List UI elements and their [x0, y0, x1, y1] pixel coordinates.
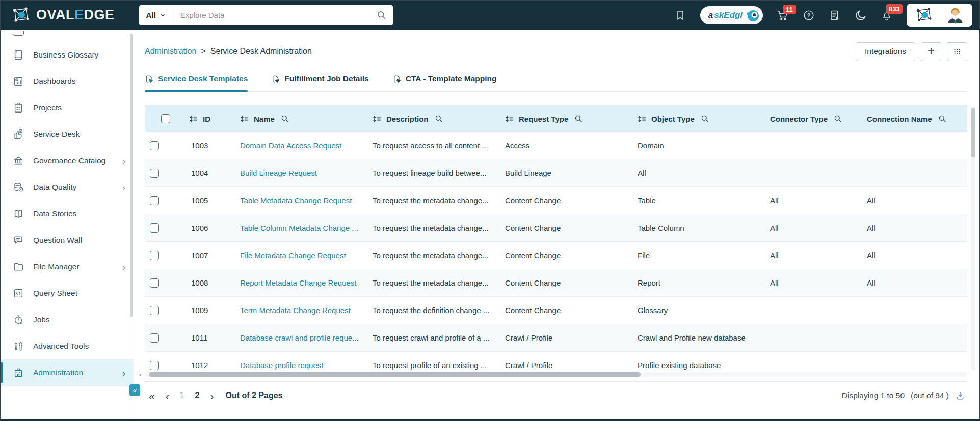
row-checkbox[interactable]: [150, 306, 159, 315]
template-name-link[interactable]: Report Metadata Change Request: [240, 278, 356, 287]
column-header[interactable]: Request Type: [500, 115, 632, 123]
sidebar-item-icon: [13, 208, 24, 219]
column-header[interactable]: Object Type: [632, 115, 765, 123]
table-body: 1003 Domain Data Access Request To reque…: [145, 132, 967, 371]
sidebar-item[interactable]: Dashboards: [1, 68, 134, 95]
column-search-icon[interactable]: [435, 115, 443, 123]
row-checkbox[interactable]: [150, 361, 159, 370]
cell-connector-type: All: [765, 278, 862, 287]
sidebar-item[interactable]: Query Sheet: [1, 280, 134, 306]
sidebar-item[interactable]: Advanced Tools: [1, 333, 134, 359]
template-name-link[interactable]: Term Metadata Change Request: [240, 306, 351, 315]
help-icon[interactable]: [803, 9, 815, 21]
sidebar-item-icon: [13, 155, 24, 166]
sidebar-item[interactable]: Data Stories: [1, 201, 134, 227]
sidebar-scrollbar[interactable]: [130, 34, 133, 317]
cell-request-type: Build Lineage: [500, 169, 632, 177]
sidebar-collapse-button[interactable]: «: [129, 384, 140, 396]
cell-id: 1007: [184, 251, 235, 260]
ovaledge-tile-logo-icon[interactable]: [914, 6, 934, 25]
askedgi-button[interactable]: a skEdgi: [700, 6, 763, 24]
column-header[interactable]: ID: [184, 115, 235, 123]
robot-icon: [746, 8, 760, 22]
template-name-link[interactable]: Table Metadata Change Request: [240, 196, 352, 205]
sidebar-item[interactable]: Data Quality ›: [1, 174, 134, 201]
sidebar-item-label: Question Wall: [33, 236, 82, 245]
select-all-checkbox[interactable]: [161, 114, 170, 123]
cell-object-type: Profile existing database: [632, 361, 765, 370]
brand-logo[interactable]: OVALEDGE: [11, 5, 115, 25]
page-number-button[interactable]: 2: [195, 391, 200, 400]
vertical-scrollbar-thumb[interactable]: [971, 108, 975, 157]
notifications-bell-icon[interactable]: 833: [881, 9, 893, 21]
cell-object-type: Table Column: [632, 223, 765, 232]
column-search-icon[interactable]: [281, 115, 289, 123]
sort-icon[interactable]: [638, 115, 647, 123]
integrations-button[interactable]: Integrations: [856, 42, 915, 61]
template-name-link[interactable]: Database profile request: [240, 361, 323, 370]
column-search-icon[interactable]: [574, 115, 582, 123]
template-name-link[interactable]: Build Lineage Request: [240, 169, 317, 177]
sidebar-item[interactable]: File Manager ›: [1, 254, 134, 280]
sort-icon[interactable]: [189, 115, 198, 123]
sort-icon[interactable]: [505, 115, 514, 123]
displaying-range-label: Displaying 1 to 50: [842, 391, 905, 400]
next-page-button[interactable]: ›: [210, 390, 214, 401]
sidebar-item[interactable]: Administration ›: [1, 359, 134, 386]
template-name-link[interactable]: Database crawl and profile reque...: [240, 333, 359, 342]
tab[interactable]: Service Desk Templates: [145, 74, 248, 91]
sort-icon[interactable]: [240, 115, 249, 123]
column-label: ID: [203, 115, 210, 123]
dark-mode-icon[interactable]: [855, 9, 867, 21]
template-name-link[interactable]: Domain Data Access Request: [240, 141, 341, 150]
sidebar-item[interactable]: Service Desk: [1, 121, 134, 148]
column-search-icon[interactable]: [938, 115, 946, 123]
tab[interactable]: Fulfillment Job Details: [271, 74, 368, 91]
row-checkbox[interactable]: [150, 223, 159, 233]
column-search-icon[interactable]: [701, 115, 709, 123]
scroll-left-arrow-icon[interactable]: ◂: [139, 372, 141, 377]
column-header[interactable]: Connector Type: [765, 115, 862, 123]
sidebar-item[interactable]: Projects: [1, 95, 134, 121]
add-template-button[interactable]: +: [921, 42, 941, 61]
search-icon[interactable]: [377, 10, 386, 20]
search-scope-dropdown[interactable]: All: [139, 9, 173, 21]
grid-view-button[interactable]: [947, 42, 967, 61]
horizontal-scrollbar-thumb[interactable]: [149, 372, 641, 377]
table-row: 1008 Report Metadata Change Request To r…: [145, 269, 967, 297]
cell-request-type: Content Change: [500, 278, 632, 287]
column-header[interactable]: Description: [367, 115, 500, 123]
first-page-button[interactable]: «: [149, 390, 155, 401]
bookmark-icon[interactable]: [674, 9, 686, 21]
page-number-button[interactable]: 1: [180, 391, 184, 400]
row-checkbox[interactable]: [150, 169, 159, 178]
sidebar-item[interactable]: Question Wall: [1, 227, 134, 254]
breadcrumb-parent-link[interactable]: Administration: [145, 47, 196, 56]
sidebar-item[interactable]: Jobs: [1, 306, 134, 333]
tab[interactable]: CTA - Template Mapping: [392, 74, 497, 91]
previous-page-button[interactable]: ‹: [166, 390, 169, 401]
row-checkbox[interactable]: [150, 278, 159, 288]
cart-icon[interactable]: 11: [777, 9, 789, 21]
row-checkbox[interactable]: [150, 333, 159, 343]
column-label: Request Type: [519, 115, 568, 123]
row-checkbox[interactable]: [150, 141, 159, 150]
cell-connection-name: All: [862, 251, 967, 260]
release-notes-icon[interactable]: [829, 9, 841, 21]
column-header[interactable]: Name: [235, 115, 367, 123]
template-name-link[interactable]: Table Column Metadata Change ...: [240, 223, 358, 232]
user-avatar[interactable]: [946, 6, 965, 24]
column-search-icon[interactable]: [834, 115, 842, 123]
sort-icon[interactable]: [373, 115, 382, 123]
column-header[interactable]: Connection Name: [862, 115, 967, 123]
download-icon[interactable]: [955, 390, 965, 401]
template-name-link[interactable]: File Metadata Change Request: [240, 251, 346, 260]
page-title: Service Desk Administration: [210, 47, 312, 56]
row-checkbox[interactable]: [150, 196, 159, 205]
sidebar-item[interactable]: Business Glossary: [1, 42, 134, 68]
sidebar-item-label: Data Quality: [33, 183, 76, 192]
sidebar-item-icon: [13, 367, 24, 378]
sidebar-item[interactable]: Governance Catalog ›: [1, 148, 134, 174]
search-input[interactable]: [173, 11, 377, 19]
row-checkbox[interactable]: [150, 251, 159, 260]
